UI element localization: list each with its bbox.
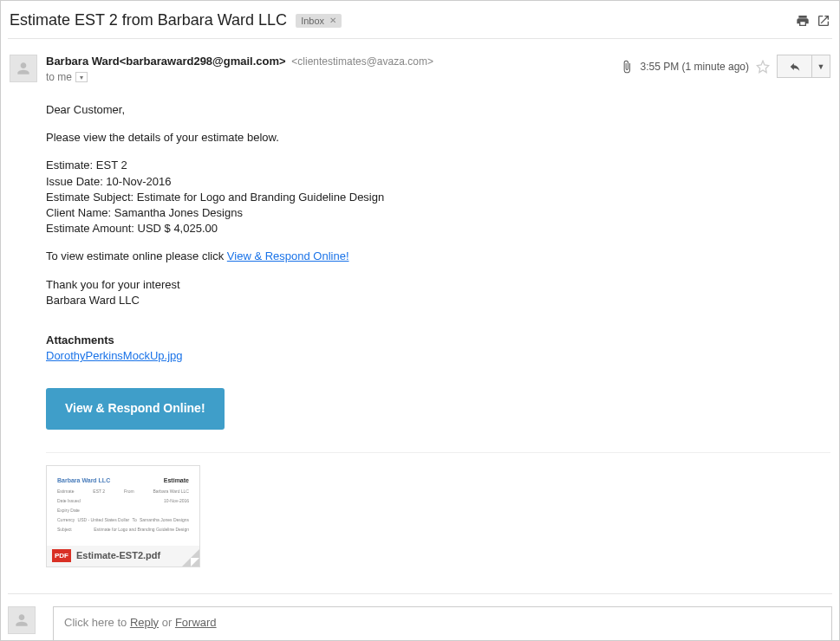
- sender-line: Barbara Ward<barbaraward298@gmail.com> <…: [46, 55, 433, 68]
- email-subject: Estimate EST 2 from Barbara Ward LLC: [10, 11, 287, 29]
- print-icon[interactable]: [796, 14, 810, 28]
- to-line: to me: [46, 71, 72, 83]
- close-icon[interactable]: ✕: [329, 16, 336, 25]
- pdf-badge: PDF: [52, 549, 71, 562]
- signoff: Barbara Ward LLC: [46, 293, 830, 308]
- reply-label[interactable]: Reply: [130, 616, 159, 629]
- field-subject: Estimate Subject: Estimate for Logo and …: [46, 190, 830, 205]
- reply-input[interactable]: Click here to Reply or Forward: [53, 606, 832, 641]
- attachment-icon[interactable]: [620, 60, 634, 74]
- field-client: Client Name: Samantha Jones Designs: [46, 205, 830, 221]
- avatar: [10, 55, 37, 82]
- email-body: Dear Customer, Please view the details o…: [46, 102, 830, 567]
- recipient-details-toggle[interactable]: ▾: [75, 72, 88, 82]
- avatar: [8, 606, 36, 634]
- reply-to: <clientestimates@avaza.com>: [291, 55, 433, 68]
- view-prefix: To view estimate online please click: [46, 249, 227, 262]
- attachments-heading: Attachments: [46, 333, 830, 348]
- greeting: Dear Customer,: [46, 102, 830, 118]
- reply-button[interactable]: [777, 55, 811, 78]
- attachment-link[interactable]: DorothyPerkinsMockUp.jpg: [46, 349, 183, 362]
- view-respond-button[interactable]: View & Respond Online!: [46, 388, 225, 430]
- attachment-filename: Estimate-EST2.pdf: [76, 549, 160, 562]
- thumb-doc-label: Estimate: [164, 476, 189, 485]
- field-estimate: Estimate: EST 2: [46, 158, 830, 173]
- dog-ear-icon: [182, 549, 199, 567]
- email-header: Estimate EST 2 from Barbara Ward LLC Inb…: [8, 8, 832, 39]
- field-issue-date: Issue Date: 10-Nov-2016: [46, 174, 830, 190]
- reply-area: Click here to Reply or Forward: [8, 593, 832, 641]
- field-amount: Estimate Amount: USD $ 4,025.00: [46, 221, 830, 236]
- forward-label[interactable]: Forward: [175, 616, 217, 629]
- reply-prefix: Click here to: [64, 616, 130, 629]
- new-window-icon[interactable]: [817, 14, 830, 28]
- sender-email: <barbaraward298@gmail.com>: [120, 55, 286, 68]
- thanks: Thank you for your interest: [46, 277, 830, 293]
- thumb-company: Barbara Ward LLC: [57, 477, 110, 483]
- timestamp: 3:55 PM (1 minute ago): [641, 61, 749, 73]
- inbox-tag[interactable]: Inbox ✕: [296, 14, 342, 28]
- reply-more-button[interactable]: ▼: [811, 55, 830, 78]
- star-icon[interactable]: [756, 60, 770, 74]
- intro: Please view the details of your estimate…: [46, 130, 830, 146]
- sender-name: Barbara Ward: [46, 55, 120, 68]
- email-message: Barbara Ward<barbaraward298@gmail.com> <…: [8, 39, 832, 567]
- reply-middle: or: [159, 616, 175, 629]
- inbox-tag-label: Inbox: [301, 16, 324, 26]
- attachment-thumbnail[interactable]: Barbara Ward LLC Estimate EstimateEST 2F…: [46, 465, 200, 567]
- view-respond-link[interactable]: View & Respond Online!: [227, 249, 349, 262]
- divider: [46, 452, 830, 453]
